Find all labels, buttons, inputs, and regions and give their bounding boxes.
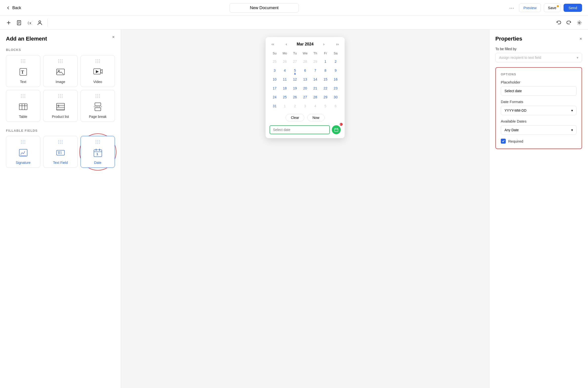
cal-day[interactable]: 5 xyxy=(321,102,329,110)
settings-button[interactable] xyxy=(575,18,584,27)
variable-button[interactable]: (x) xyxy=(25,18,34,27)
cal-day[interactable]: 3 xyxy=(271,66,279,75)
cal-day[interactable]: 16 xyxy=(331,75,340,84)
cal-day[interactable]: 26 xyxy=(281,57,289,66)
required-checkbox[interactable] xyxy=(501,139,506,144)
toolbar-separator xyxy=(47,19,48,27)
text-field-label: Text Field xyxy=(53,161,68,165)
cal-day[interactable]: 2 xyxy=(331,57,340,66)
cal-day[interactable]: 17 xyxy=(271,84,279,93)
cal-day[interactable]: 8 xyxy=(321,66,329,75)
product-list-block-label: Product list xyxy=(52,115,69,119)
redo-button[interactable] xyxy=(564,18,574,27)
date-format-select[interactable]: YYYY-MM-DD ▾ xyxy=(501,106,577,115)
back-button[interactable]: Back xyxy=(6,6,21,10)
cal-day[interactable]: 26 xyxy=(291,93,299,101)
block-image[interactable]: Image xyxy=(43,55,78,87)
document-title-input[interactable] xyxy=(230,3,299,13)
placeholder-label: Placeholder xyxy=(501,80,577,84)
more-icon: ⋯ xyxy=(509,5,514,11)
clear-button[interactable]: Clear xyxy=(286,114,304,121)
cal-day[interactable]: 20 xyxy=(301,84,309,93)
block-text[interactable]: T Text xyxy=(6,55,40,87)
day-header-mo: Mo xyxy=(280,50,290,57)
image-block-label: Image xyxy=(56,80,65,84)
fillable-text-field[interactable]: T Text Field xyxy=(43,136,78,168)
drag-dots xyxy=(58,59,63,63)
cal-day[interactable]: 4 xyxy=(281,66,289,75)
cal-day[interactable]: 6 xyxy=(331,102,340,110)
cal-day[interactable]: 4 xyxy=(311,102,319,110)
available-dates-option: Available Dates Any Date ▾ xyxy=(501,119,577,135)
cal-day[interactable]: 12 xyxy=(291,75,299,84)
cal-day[interactable]: 11 xyxy=(281,75,289,84)
cal-day[interactable]: 22 xyxy=(321,84,329,93)
drag-dots xyxy=(58,94,63,98)
cal-day[interactable]: 10 xyxy=(271,75,279,84)
cal-day[interactable]: 6 xyxy=(301,66,309,75)
add-button[interactable] xyxy=(4,18,13,27)
cal-day-today[interactable]: 5 xyxy=(291,66,299,75)
cal-day[interactable]: 14 xyxy=(311,75,319,84)
block-video[interactable]: Video xyxy=(81,55,115,87)
svg-text:(x): (x) xyxy=(27,21,32,25)
cal-day[interactable]: 18 xyxy=(281,84,289,93)
redo-icon xyxy=(566,20,572,25)
template-button[interactable] xyxy=(14,18,24,27)
more-options-button[interactable]: ⋯ xyxy=(507,4,516,12)
assign-recipient-select[interactable]: Assign recipient to text field ▾ xyxy=(495,53,582,62)
day-header-sa: Sa xyxy=(330,50,341,57)
cal-prev-button[interactable]: ‹ xyxy=(284,41,289,48)
select-date-input[interactable] xyxy=(270,125,330,134)
available-dates-select[interactable]: Any Date ▾ xyxy=(501,125,577,135)
cal-day[interactable]: 21 xyxy=(311,84,319,93)
block-page-break[interactable]: Page break xyxy=(81,90,115,122)
signature-icon xyxy=(18,147,28,158)
calendar-header: ‹‹ ‹ Mar 2024 › ›› xyxy=(270,41,341,48)
placeholder-input[interactable] xyxy=(501,86,577,96)
cal-day[interactable]: 29 xyxy=(311,57,319,66)
cal-day[interactable]: 3 xyxy=(301,102,309,110)
svg-text:$: $ xyxy=(58,104,59,107)
svg-rect-26 xyxy=(95,108,101,111)
cal-day[interactable]: 19 xyxy=(291,84,299,93)
cal-day[interactable]: 29 xyxy=(321,93,329,101)
cal-day[interactable]: 30 xyxy=(331,93,340,101)
cal-day[interactable]: 9 xyxy=(331,66,340,75)
cal-day[interactable]: 23 xyxy=(331,84,340,93)
now-button[interactable]: Now xyxy=(307,114,325,121)
drag-dots xyxy=(21,59,25,63)
cal-day[interactable]: 31 xyxy=(271,102,279,110)
cal-day[interactable]: 13 xyxy=(301,75,309,84)
cal-day[interactable]: 7 xyxy=(311,66,319,75)
block-table[interactable]: Table xyxy=(6,90,40,122)
properties-close-button[interactable]: × xyxy=(579,36,582,42)
cal-day[interactable]: 27 xyxy=(291,57,299,66)
cal-next-button[interactable]: › xyxy=(321,41,326,48)
cal-day[interactable]: 1 xyxy=(281,102,289,110)
panel-close-button[interactable]: × xyxy=(110,34,117,41)
panel-title: Add an Element xyxy=(6,36,115,42)
fillable-date[interactable]: 1 Date xyxy=(81,136,115,168)
day-header-th: Th xyxy=(310,50,320,57)
cal-day[interactable]: 25 xyxy=(271,57,279,66)
send-button[interactable]: Send xyxy=(564,4,582,12)
undo-button[interactable] xyxy=(554,18,563,27)
cal-prev-prev-button[interactable]: ‹‹ xyxy=(270,41,276,48)
cal-day[interactable]: 24 xyxy=(271,93,279,101)
preview-button[interactable]: Preview xyxy=(519,3,541,12)
drag-dots xyxy=(96,140,100,144)
person-button[interactable] xyxy=(35,18,45,27)
save-button[interactable]: Save xyxy=(544,3,561,12)
fillable-signature[interactable]: Signature xyxy=(6,136,40,168)
cal-day[interactable]: 27 xyxy=(301,93,309,101)
cal-day[interactable]: 28 xyxy=(301,57,309,66)
chevron-down-icon: ▾ xyxy=(571,128,573,132)
cal-day[interactable]: 1 xyxy=(321,57,329,66)
cal-day[interactable]: 25 xyxy=(281,93,289,101)
cal-day[interactable]: 2 xyxy=(291,102,299,110)
cal-next-next-button[interactable]: ›› xyxy=(334,41,341,48)
cal-day[interactable]: 15 xyxy=(321,75,329,84)
block-product-list[interactable]: $ Product list xyxy=(43,90,78,122)
cal-day[interactable]: 28 xyxy=(311,93,319,101)
